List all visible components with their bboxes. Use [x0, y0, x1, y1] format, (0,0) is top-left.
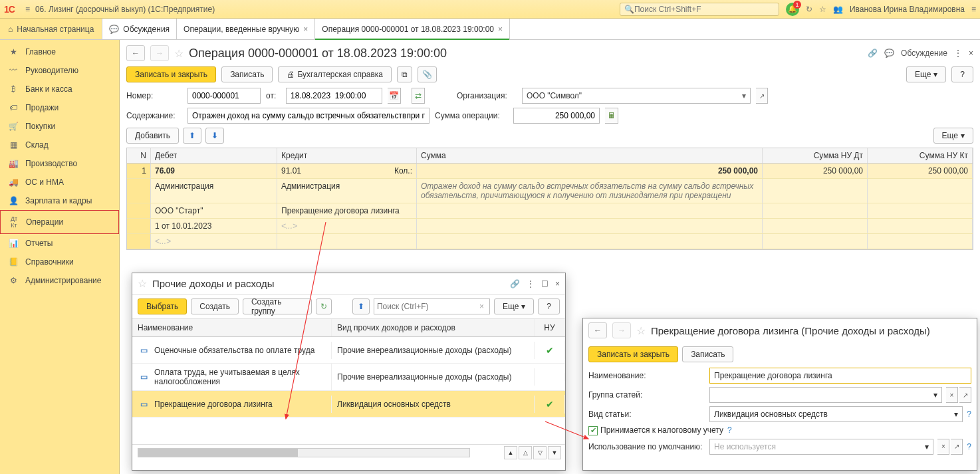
global-search-input[interactable] — [634, 5, 767, 14]
tax-checkbox[interactable]: ✔Принимается к налоговому учету — [588, 425, 723, 435]
favorites-icon[interactable]: ☆ — [819, 5, 826, 14]
kebab-icon[interactable]: ⋮ — [954, 49, 962, 58]
list-item[interactable]: ▭Оценочные обязательства по оплате труда… — [132, 337, 565, 364]
description-input[interactable] — [187, 108, 429, 124]
favorite-toggle-icon[interactable]: ☆ — [138, 277, 147, 290]
number-input[interactable] — [187, 88, 261, 104]
sidebar-item-reports[interactable]: 📊Отчеты — [0, 234, 119, 253]
cell-kt-sub2[interactable]: Прекращение договора лизинга — [277, 203, 417, 218]
col-nu[interactable]: НУ — [535, 319, 565, 336]
nav-back-button[interactable]: ← — [588, 322, 607, 338]
col-kind[interactable]: Вид прочих доходов и расходов — [332, 319, 535, 336]
sidebar-item-main[interactable]: ★Главное — [0, 43, 119, 61]
scroll-up-button[interactable]: △ — [519, 446, 532, 459]
nav-forward-button[interactable]: → — [612, 322, 631, 338]
notification-icon[interactable]: 🔔1 — [786, 3, 799, 16]
sidebar-item-bank[interactable]: ₿Банк и касса — [0, 80, 119, 98]
calculator-button[interactable]: 🖩 — [605, 108, 618, 124]
scroll-down-button[interactable]: ▽ — [533, 446, 547, 459]
attach-button[interactable]: 📎 — [418, 66, 437, 82]
open-button[interactable]: ↗ — [959, 387, 971, 403]
favorite-toggle-icon[interactable]: ☆ — [174, 47, 184, 60]
add-row-button[interactable]: Добавить — [126, 128, 179, 144]
tab-home[interactable]: ⌂ Начальная страница — [0, 19, 102, 39]
table-row[interactable]: ООО "Старт" Прекращение договора лизинга — [127, 203, 973, 219]
sidebar-item-purchases[interactable]: 🛒Покупки — [0, 117, 119, 136]
copy-button[interactable]: ⧉ — [397, 66, 412, 82]
sidebar-item-assets[interactable]: 🚚ОС и НМА — [0, 173, 119, 191]
scroll-top-button[interactable]: ▲ — [504, 446, 517, 459]
grid-more-button[interactable]: Еще ▾ — [933, 128, 973, 144]
save-button[interactable]: Записать — [221, 66, 273, 82]
cell-dt-sub1[interactable]: Администрация — [151, 179, 277, 203]
cell-dt-sub4[interactable]: <...> — [151, 234, 277, 249]
col-name[interactable]: Наименование — [132, 319, 332, 336]
tab-manual-operations[interactable]: Операции, введенные вручную × — [177, 19, 315, 39]
cell-credit-account[interactable]: 91.01Кол.: — [277, 164, 417, 178]
popup-help-button[interactable]: ? — [538, 298, 560, 314]
nav-forward-button[interactable]: → — [150, 45, 169, 61]
cell-kt-sub3[interactable]: <...> — [277, 219, 417, 233]
sum-field[interactable] — [518, 108, 595, 123]
date-input[interactable] — [286, 88, 382, 104]
cell-nuk[interactable]: 250 000,00 — [868, 164, 973, 178]
open-org-button[interactable]: ↗ — [756, 88, 768, 104]
discuss-link[interactable]: Обсуждение — [901, 49, 947, 58]
more-button[interactable]: Еще ▾ — [906, 66, 946, 82]
table-row[interactable]: 1 от 10.01.2023 <...> — [127, 219, 973, 234]
post-button[interactable]: ⇄ — [412, 88, 425, 104]
sidebar-item-sales[interactable]: 🏷Продажи — [0, 98, 119, 117]
popup-more-button[interactable]: Еще ▾ — [494, 298, 534, 314]
cell-debit-account[interactable]: 76.09 — [151, 164, 277, 178]
col-nuk[interactable]: Сумма НУ Кт — [868, 148, 973, 163]
help-link[interactable]: ? — [727, 425, 732, 435]
global-search[interactable]: 🔍 — [620, 3, 779, 16]
clear-icon[interactable]: × — [479, 302, 484, 311]
history-icon[interactable]: ↻ — [806, 5, 812, 14]
col-debit[interactable]: Дебет — [151, 148, 277, 163]
save-button[interactable]: Записать — [682, 346, 733, 362]
close-icon[interactable]: × — [969, 49, 973, 58]
sum-input[interactable] — [513, 108, 600, 124]
help-link[interactable]: ? — [967, 442, 971, 451]
cell-kt-sub1[interactable]: Администрация — [277, 179, 417, 203]
popup-search[interactable]: × — [374, 298, 490, 314]
open-button[interactable]: ↗ — [951, 439, 963, 455]
organization-select[interactable]: ООО "Символ"▾ — [522, 88, 751, 104]
cell-nud[interactable]: 250 000,00 — [763, 164, 868, 178]
default-select[interactable]: Не используется▾ — [709, 439, 933, 455]
cell-dt-sub3[interactable]: 1 от 10.01.2023 — [151, 219, 277, 233]
clear-button[interactable]: × — [937, 439, 949, 455]
close-icon[interactable]: × — [303, 25, 308, 34]
kind-select[interactable]: Ликвидация основных средств▾ — [709, 406, 963, 422]
favorite-toggle-icon[interactable]: ☆ — [636, 324, 646, 337]
user-name[interactable]: Иванова Ирина Владимировна — [850, 5, 965, 14]
col-sum[interactable]: Сумма — [417, 148, 763, 163]
horizontal-scrollbar[interactable] — [138, 448, 470, 457]
cell-sum[interactable]: 250 000,00 — [417, 164, 763, 178]
app-menu-icon[interactable]: ≡ — [971, 5, 976, 14]
help-link[interactable]: ? — [967, 410, 971, 419]
help-button[interactable]: ? — [951, 66, 973, 82]
cell-description[interactable]: Отражен доход на сумму сальдо встречных … — [417, 179, 763, 203]
name-input[interactable]: Прекращение договора лизинга — [709, 368, 971, 384]
sidebar-item-catalogs[interactable]: 📒Справочники — [0, 253, 119, 271]
print-reference-button[interactable]: 🖨Бухгалтерская справка — [278, 66, 392, 82]
move-up-button[interactable]: ⬆ — [352, 298, 370, 314]
user-icon[interactable]: 👥 — [833, 5, 843, 14]
sidebar-item-operations[interactable]: ДтКтОперации — [0, 210, 119, 234]
select-button[interactable]: Выбрать — [138, 298, 187, 314]
popup-search-input[interactable] — [377, 302, 477, 311]
cell-dt-sub2[interactable]: ООО "Старт" — [151, 203, 277, 218]
number-field[interactable] — [192, 88, 256, 103]
description-field[interactable] — [192, 108, 425, 123]
group-select[interactable]: ▾ — [709, 387, 942, 403]
nav-back-button[interactable]: ← — [126, 45, 145, 61]
kebab-icon[interactable]: ⋮ — [527, 279, 535, 289]
sidebar-item-payroll[interactable]: 👤Зарплата и кадры — [0, 191, 119, 210]
calendar-button[interactable]: 📅 — [388, 88, 401, 104]
move-up-button[interactable]: ⬆ — [183, 128, 201, 144]
create-group-button[interactable]: Создать группу — [243, 298, 312, 314]
tab-operation-current[interactable]: Операция 0000-000001 от 18.08.2023 19:00… — [315, 19, 510, 39]
menu-icon[interactable]: ≡ — [25, 5, 30, 14]
